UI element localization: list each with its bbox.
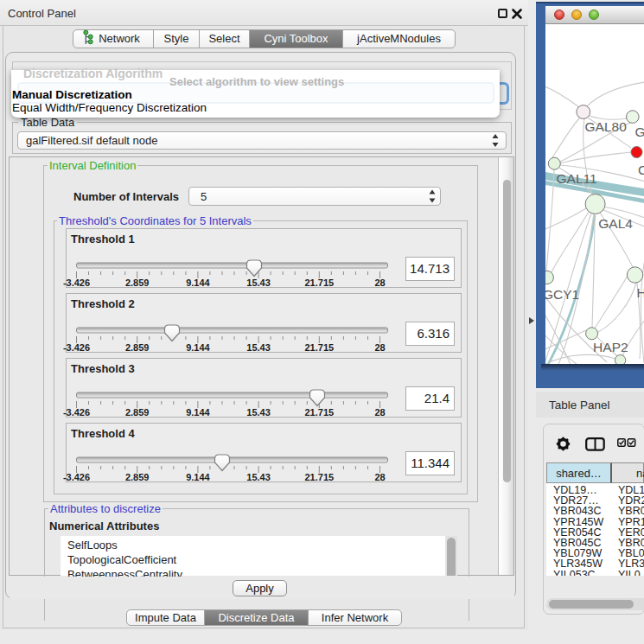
svg-text:CY: CY — [638, 163, 644, 177]
svg-text:HAP2: HAP2 — [593, 340, 628, 354]
svg-text:GA: GA — [635, 124, 644, 139]
svg-text:GAL4: GAL4 — [598, 216, 633, 231]
svg-text:GCY1: GCY1 — [545, 287, 579, 302]
svg-text:GAL11: GAL11 — [557, 171, 597, 186]
svg-text:GAL80: GAL80 — [585, 119, 628, 134]
svg-text:HA: HA — [637, 285, 644, 300]
